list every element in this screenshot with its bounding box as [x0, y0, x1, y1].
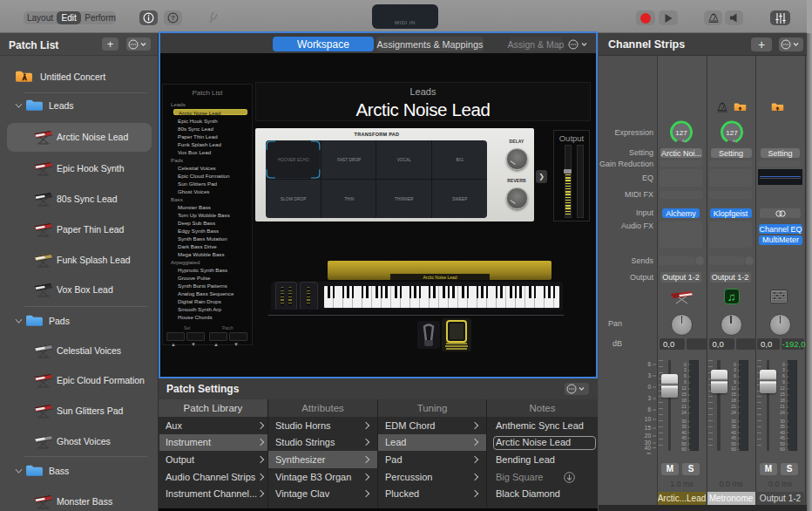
svg-text:?: ? [171, 14, 175, 22]
